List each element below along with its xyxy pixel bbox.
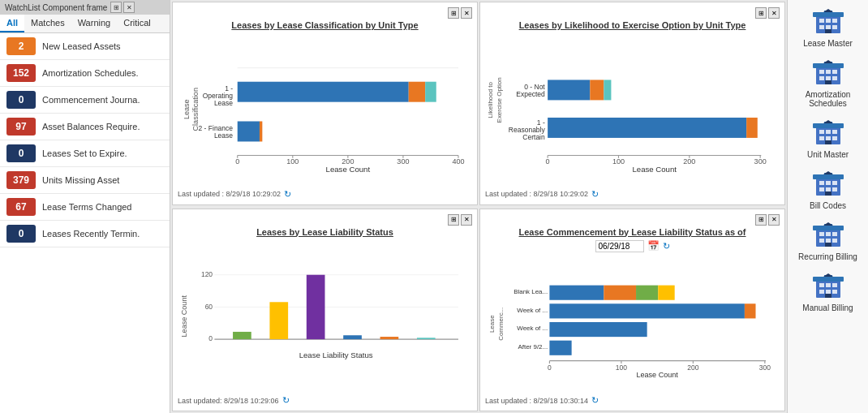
- close-icon-tr[interactable]: ✕: [768, 7, 780, 19]
- svg-text:100: 100: [616, 363, 627, 371]
- svg-rect-82: [819, 25, 824, 29]
- bottom-left-chart-area: Lease Count 120 60 0: [178, 240, 472, 393]
- list-item-3[interactable]: 97Asset Balances Require.: [0, 114, 170, 140]
- svg-rect-129: [825, 243, 831, 247]
- bottom-left-refresh[interactable]: ↻: [282, 395, 290, 406]
- date-refresh[interactable]: ↻: [663, 241, 670, 252]
- tab-all[interactable]: All: [0, 15, 24, 32]
- sidebar-item-5[interactable]: Manual Billing: [789, 268, 867, 317]
- svg-rect-66: [549, 321, 647, 336]
- sidebar-item-3[interactable]: Bill Codes: [789, 166, 867, 215]
- list-item-2[interactable]: 0Commencement Journa.: [0, 87, 170, 114]
- building-icon-3: [812, 170, 844, 200]
- bar-rc-blue: [548, 118, 746, 138]
- item-label-3: Asset Balances Require.: [42, 122, 140, 131]
- expand-icon-br[interactable]: ⊞: [755, 214, 767, 226]
- top-right-chart-area: Likelihood to Exercise Option 0 - Not Ex…: [485, 33, 780, 186]
- svg-text:Blank Lea...: Blank Lea...: [513, 287, 548, 295]
- top-right-panel-header: ⊞ ✕: [485, 7, 780, 19]
- list-item-7[interactable]: 0Leases Recently Termin.: [0, 221, 170, 247]
- svg-rect-107: [825, 140, 831, 144]
- svg-text:300: 300: [759, 363, 771, 371]
- resize-icon-2[interactable]: ✕: [123, 2, 135, 13]
- svg-text:Lease Liability Status: Lease Liability Status: [299, 350, 373, 359]
- tab-warning[interactable]: Warning: [71, 15, 118, 32]
- list-item-6[interactable]: 67Lease Terms Changed: [0, 194, 170, 221]
- svg-rect-94: [826, 76, 831, 80]
- sidebar-label-1: Amortization Schedules: [793, 90, 864, 108]
- right-sidebar: Lease Master Amortization Schedules Un: [787, 0, 868, 413]
- svg-rect-48: [307, 274, 325, 338]
- svg-text:Lease: Lease: [214, 99, 233, 107]
- main-container: WatchList Component frame ⊞ ✕ All Matche…: [0, 0, 868, 413]
- svg-text:400: 400: [452, 157, 464, 166]
- list-item-0[interactable]: 2New Leased Assets: [0, 33, 170, 60]
- svg-text:Lease Count: Lease Count: [632, 165, 677, 174]
- sidebar-item-1[interactable]: Amortization Schedules: [789, 54, 867, 113]
- svg-text:Lease Count: Lease Count: [180, 295, 188, 337]
- svg-text:0: 0: [208, 334, 213, 342]
- svg-rect-117: [832, 187, 837, 191]
- badge-4: 0: [6, 144, 36, 162]
- svg-text:Week of ...: Week of ...: [517, 306, 548, 313]
- close-icon-tl[interactable]: ✕: [461, 7, 472, 19]
- svg-rect-139: [832, 290, 837, 294]
- svg-rect-134: [819, 283, 824, 287]
- watchlist-header: WatchList Component frame ⊞ ✕: [0, 0, 170, 15]
- expand-icon-tl[interactable]: ⊞: [448, 7, 459, 19]
- svg-text:0: 0: [546, 157, 550, 166]
- bottom-right-refresh[interactable]: ↻: [591, 395, 599, 406]
- top-right-refresh[interactable]: ↻: [591, 189, 599, 200]
- badge-5: 379: [6, 171, 36, 189]
- svg-text:Lease: Lease: [183, 99, 191, 119]
- top-right-footer: Last updated : 8/29/18 10:29:02 ↻: [485, 189, 780, 200]
- close-icon-bl[interactable]: ✕: [461, 214, 472, 226]
- tab-bar: All Matches Warning Critical: [0, 15, 170, 33]
- svg-rect-115: [819, 187, 824, 191]
- svg-rect-140: [825, 294, 831, 298]
- badge-7: 0: [6, 225, 36, 243]
- svg-rect-67: [549, 340, 571, 355]
- top-right-svg: Likelihood to Exercise Option 0 - Not Ex…: [485, 33, 780, 186]
- svg-text:200: 200: [683, 157, 695, 166]
- building-icon-0: [812, 8, 844, 37]
- list-item-1[interactable]: 152Amortization Schedules.: [0, 60, 170, 87]
- svg-rect-95: [832, 76, 837, 80]
- svg-rect-137: [819, 290, 824, 294]
- svg-rect-61: [604, 285, 636, 299]
- sidebar-item-0[interactable]: Lease Master: [789, 3, 867, 53]
- bottom-right-chart-area: Lease Commerc... Blank Lea... Week of ..…: [485, 256, 780, 393]
- resize-icon-1[interactable]: ⊞: [110, 2, 122, 13]
- expand-icon-bl[interactable]: ⊞: [448, 214, 459, 226]
- top-left-refresh[interactable]: ↻: [284, 189, 291, 200]
- top-right-panel-icons: ⊞ ✕: [755, 7, 780, 19]
- top-left-chart-panel: ⊞ ✕ Leases by Lease Classification by Un…: [172, 2, 478, 205]
- svg-rect-125: [832, 232, 837, 236]
- expand-icon-tr[interactable]: ⊞: [755, 7, 767, 19]
- top-left-panel-icons: ⊞ ✕: [448, 7, 472, 19]
- svg-rect-65: [745, 303, 756, 318]
- list-item-4[interactable]: 0Leases Set to Expire.: [0, 140, 170, 167]
- tab-critical[interactable]: Critical: [117, 15, 157, 32]
- svg-rect-91: [826, 70, 831, 74]
- svg-text:100: 100: [286, 157, 299, 166]
- svg-rect-90: [819, 70, 824, 74]
- sidebar-item-2[interactable]: Unit Master: [789, 114, 867, 164]
- badge-0: 2: [6, 37, 36, 55]
- bottom-right-chart-panel: ⊞ ✕ Lease Commencement by Lease Liabilit…: [479, 209, 785, 412]
- list-item-5[interactable]: 379Units Missing Asset: [0, 167, 170, 194]
- svg-text:300: 300: [754, 157, 767, 166]
- item-label-0: New Leased Assets: [42, 41, 121, 51]
- close-icon-br[interactable]: ✕: [768, 214, 780, 226]
- sidebar-item-4[interactable]: Recurring Billing: [789, 217, 867, 266]
- svg-text:60: 60: [205, 302, 213, 310]
- date-input[interactable]: [595, 240, 644, 252]
- svg-text:Exercise Option: Exercise Option: [496, 77, 503, 123]
- tab-matches[interactable]: Matches: [24, 15, 71, 32]
- item-label-7: Leases Recently Termin.: [42, 229, 140, 239]
- svg-text:After 9/2...: After 9/2...: [518, 342, 548, 350]
- svg-rect-128: [832, 239, 837, 243]
- svg-rect-63: [658, 285, 674, 299]
- item-label-5: Units Missing Asset: [42, 175, 119, 185]
- calendar-icon[interactable]: 📅: [647, 240, 660, 252]
